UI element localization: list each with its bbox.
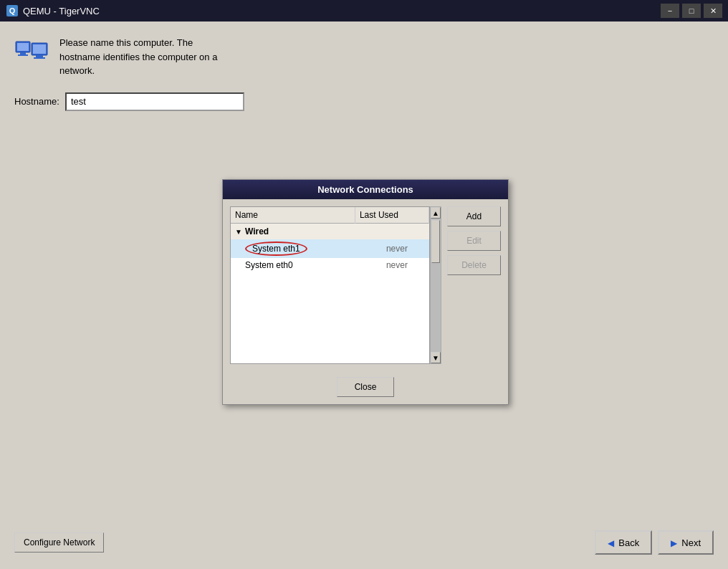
eth1-last-used: never	[355, 239, 428, 258]
close-button[interactable]: ✕	[704, 4, 722, 18]
next-arrow-icon	[671, 537, 677, 548]
wired-category-row[interactable]: Wired	[231, 224, 429, 240]
minimize-button[interactable]: −	[661, 4, 679, 18]
dialog-close-row: Close	[223, 371, 508, 404]
edit-button[interactable]: Edit	[447, 231, 501, 251]
hostname-row: Hostname:	[14, 92, 714, 111]
delete-button[interactable]: Delete	[447, 255, 501, 275]
hostname-label: Hostname:	[14, 96, 59, 107]
add-button[interactable]: Add	[447, 206, 501, 226]
header-section: Please name this computer. The hostname …	[14, 36, 714, 78]
eth0-last-used: never	[355, 258, 428, 272]
connections-table: Name Last Used Wired	[231, 207, 429, 272]
svg-rect-3	[17, 43, 29, 51]
hostname-input[interactable]	[65, 92, 244, 111]
wired-label: Wired	[231, 224, 429, 240]
back-button[interactable]: Back	[595, 530, 652, 555]
table-row[interactable]: System eth1 never	[231, 239, 429, 258]
bottom-bar: Configure Network Back Next	[0, 530, 728, 555]
svg-rect-8	[36, 55, 43, 57]
collapse-icon	[235, 226, 245, 236]
dialog-title: Network Connections	[223, 180, 508, 199]
nav-buttons: Back Next	[595, 530, 714, 555]
connections-list: Name Last Used Wired	[230, 206, 430, 364]
svg-rect-5	[18, 54, 28, 56]
close-dialog-button[interactable]: Close	[337, 377, 394, 397]
network-connections-dialog: Network Connections Name Last Used	[222, 179, 509, 405]
eth1-circle: System eth1	[245, 242, 307, 256]
list-area: Name Last Used Wired	[230, 206, 441, 364]
window-title: QEMU - TigerVNC	[23, 6, 100, 16]
main-content: Please name this computer. The hostname …	[0, 21, 728, 569]
computer-icon	[14, 36, 49, 70]
next-label: Next	[681, 537, 701, 548]
back-label: Back	[618, 537, 639, 548]
titlebar-controls: − □ ✕	[661, 4, 722, 18]
app-icon: Q	[6, 4, 19, 17]
scrollbar[interactable]: ▲ ▼	[430, 206, 441, 364]
svg-rect-4	[20, 52, 26, 54]
connection-name-eth1: System eth1	[231, 239, 355, 258]
col-name: Name	[231, 207, 355, 224]
table-row[interactable]: System eth0 never	[231, 258, 429, 272]
dialog-body: Name Last Used Wired	[223, 199, 508, 371]
scrollbar-track[interactable]	[431, 219, 441, 352]
back-arrow-icon	[608, 537, 614, 548]
col-last-used: Last Used	[355, 207, 428, 224]
svg-rect-7	[33, 44, 46, 54]
dialog-action-buttons: Add Edit Delete	[447, 206, 501, 364]
svg-rect-9	[34, 57, 45, 59]
titlebar-left: Q QEMU - TigerVNC	[6, 4, 100, 17]
maximize-button[interactable]: □	[682, 4, 701, 18]
scrollbar-up-button[interactable]: ▲	[431, 207, 441, 219]
connection-name-eth0: System eth0	[231, 258, 355, 272]
next-button[interactable]: Next	[658, 530, 714, 555]
scrollbar-down-button[interactable]: ▼	[431, 352, 441, 363]
configure-network-button[interactable]: Configure Network	[14, 532, 104, 553]
svg-text:Q: Q	[9, 6, 16, 15]
titlebar: Q QEMU - TigerVNC − □ ✕	[0, 0, 728, 21]
scrollbar-thumb[interactable]	[431, 220, 440, 263]
header-description: Please name this computer. The hostname …	[59, 36, 217, 78]
